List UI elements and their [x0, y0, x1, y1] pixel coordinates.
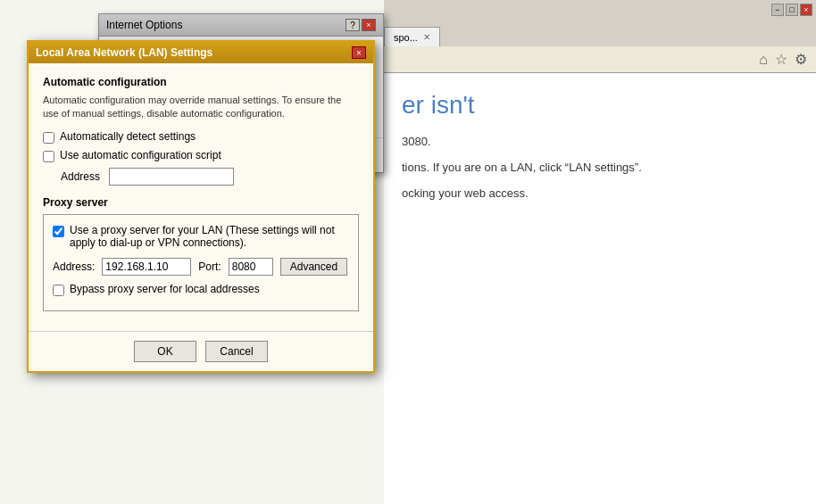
lan-dialog-footer: OK Cancel — [29, 331, 373, 371]
proxy-box: Use a proxy server for your LAN (These s… — [43, 214, 359, 311]
proxy-address-row: Address: Port: Advanced — [53, 258, 349, 276]
lan-cancel-btn[interactable]: Cancel — [205, 341, 268, 362]
auto-config-address-input[interactable] — [109, 168, 234, 186]
auto-script-label: Use automatic configuration script — [60, 149, 221, 161]
favorites-icon[interactable]: ☆ — [775, 51, 787, 68]
web-para2: tions. If you are on a LAN, click “LAN s… — [402, 159, 798, 178]
io-title-buttons: ? × — [346, 19, 376, 31]
use-proxy-checkbox[interactable] — [53, 226, 64, 237]
auto-script-row: Use automatic configuration script — [43, 149, 359, 162]
home-icon[interactable]: ⌂ — [759, 52, 768, 68]
proxy-port-input[interactable] — [229, 258, 273, 276]
bypass-proxy-checkbox[interactable] — [53, 285, 64, 296]
auto-script-checkbox[interactable] — [43, 151, 54, 162]
auto-detect-checkbox[interactable] — [43, 132, 54, 144]
lan-ok-btn[interactable]: OK — [134, 341, 196, 362]
maximize-window-btn[interactable]: □ — [786, 4, 798, 16]
web-content-area: er isn't 3080. tions. If you are on a LA… — [384, 73, 816, 504]
use-proxy-label: Use a proxy server for your LAN (These s… — [70, 224, 349, 249]
address-label: Address — [61, 170, 105, 183]
bypass-proxy-row: Bypass proxy server for local addresses — [53, 283, 349, 296]
proxy-address-input[interactable] — [102, 258, 191, 276]
web-para1: 3080. — [402, 133, 798, 152]
proxy-port-label: Port: — [198, 260, 221, 273]
lan-titlebar: Local Area Network (LAN) Settings × — [29, 42, 373, 63]
browser-tab[interactable]: spo... ✕ — [384, 27, 440, 46]
use-proxy-row: Use a proxy server for your LAN (These s… — [53, 224, 349, 249]
web-para3: ocking your web access. — [402, 185, 798, 203]
lan-settings-dialog: Local Area Network (LAN) Settings × Auto… — [27, 40, 375, 373]
web-heading: er isn't — [402, 91, 798, 120]
settings-icon[interactable]: ⚙ — [795, 51, 807, 68]
tab-close-btn[interactable]: ✕ — [423, 32, 430, 42]
auto-config-description: Automatic configuration may override man… — [43, 94, 359, 121]
io-close-btn[interactable]: × — [362, 19, 376, 31]
io-title-text: Internet Options — [106, 19, 182, 31]
lan-dialog-body: Automatic configuration Automatic config… — [29, 63, 373, 331]
io-titlebar: Internet Options ? × — [99, 14, 383, 37]
advanced-button[interactable]: Advanced — [280, 258, 347, 276]
close-window-btn[interactable]: × — [800, 4, 812, 16]
minimize-window-btn[interactable]: − — [771, 4, 784, 16]
bypass-proxy-label: Bypass proxy server for local addresses — [70, 283, 260, 295]
tab-label: spo... — [394, 32, 418, 43]
proxy-section-label: Proxy server — [43, 196, 359, 209]
lan-close-btn[interactable]: × — [352, 46, 366, 59]
io-help-btn[interactable]: ? — [346, 19, 360, 31]
auto-detect-row: Automatically detect settings — [43, 130, 359, 144]
auto-detect-label: Automatically detect settings — [60, 130, 196, 143]
lan-dialog-title: Local Area Network (LAN) Settings — [36, 46, 212, 59]
auto-config-section-label: Automatic configuration — [43, 76, 359, 88]
auto-config-address-row: Address — [61, 168, 359, 186]
proxy-address-label: Address: — [53, 260, 95, 273]
